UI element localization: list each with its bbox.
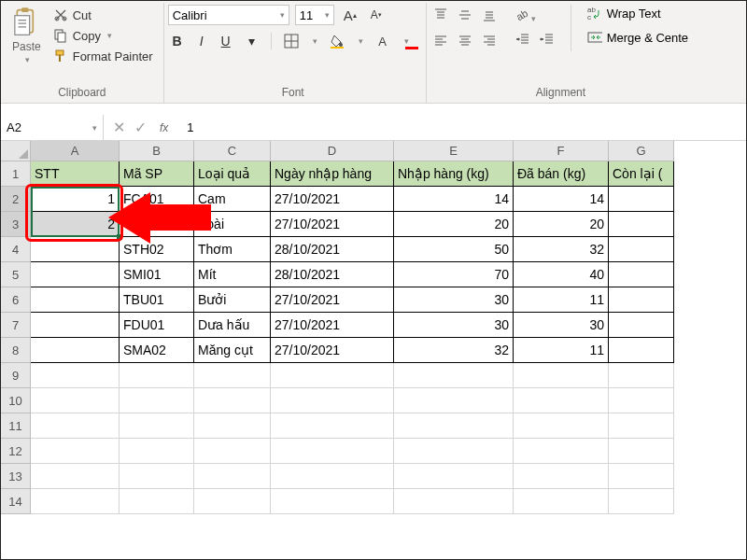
underline-button[interactable]: U <box>217 34 235 49</box>
col-header-E[interactable]: E <box>394 141 514 161</box>
fill-color-button[interactable] <box>327 31 347 51</box>
font-color-button[interactable]: A <box>373 31 393 51</box>
svg-rect-11 <box>405 47 418 49</box>
font-group: Calibri▾ 11▾ A▴ A▾ B I U▾ ▾ ▾ A▾ Font <box>164 3 427 103</box>
table-row: 6 TBU01 Bưởi 27/10/2021 30 11 <box>1 287 746 313</box>
table-row: 13 <box>1 464 746 489</box>
row-header[interactable]: 2 <box>1 187 31 212</box>
table-row: 9 <box>1 363 746 388</box>
merge-center-button[interactable]: Merge & Cente <box>585 29 691 46</box>
col-header-G[interactable]: G <box>609 141 674 161</box>
align-top-button[interactable] <box>430 5 451 25</box>
cancel-formula-icon[interactable]: ✕ <box>113 119 125 136</box>
formula-bar: A2▾ ✕ ✓ fx 1 <box>1 115 746 141</box>
ribbon: Paste ▾ Cut Copy ▾ Format Painter C <box>1 1 746 104</box>
table-row: 11 <box>1 413 746 439</box>
table-row: 14 <box>1 489 746 514</box>
align-left-button[interactable] <box>430 31 451 51</box>
svg-rect-2 <box>15 16 30 35</box>
svg-rect-6 <box>58 33 65 42</box>
align-right-button[interactable] <box>479 31 500 51</box>
paste-label: Paste <box>12 40 41 53</box>
wrap-text-button[interactable]: abc Wrap Text <box>585 5 691 21</box>
name-box[interactable]: A2▾ <box>1 115 104 140</box>
table-row: 3 2 TXC Xoài 27/10/2021 20 20 <box>1 212 746 237</box>
row-header[interactable]: 7 <box>1 313 31 338</box>
svg-text:c: c <box>587 13 591 21</box>
chevron-down-icon: ▾ <box>107 31 112 40</box>
svg-rect-7 <box>56 50 63 55</box>
col-header-B[interactable]: B <box>120 141 194 161</box>
align-middle-button[interactable] <box>455 5 475 25</box>
font-name-select[interactable]: Calibri▾ <box>168 5 289 25</box>
col-header-C[interactable]: C <box>194 141 271 161</box>
align-bottom-button[interactable] <box>479 5 500 25</box>
table-row: 8 SMA02 Măng cụt 27/10/2021 32 11 <box>1 338 746 363</box>
orientation-button[interactable]: ab <box>513 5 533 25</box>
row-header[interactable]: 8 <box>1 338 31 363</box>
row-header[interactable]: 3 <box>1 212 31 237</box>
increase-indent-button[interactable] <box>537 29 557 49</box>
enter-formula-icon[interactable]: ✓ <box>134 119 147 136</box>
col-header-F[interactable]: F <box>514 141 609 161</box>
spreadsheet-grid[interactable]: A B C D E F G 1 STT Mã SP Loại quả Ngày … <box>1 141 746 514</box>
table-row: 7 FDU01 Dưa hấu 27/10/2021 30 30 <box>1 313 746 338</box>
table-row: 5 SMI01 Mít 28/10/2021 70 40 <box>1 262 746 287</box>
formula-value[interactable]: 1 <box>172 120 193 134</box>
bold-button[interactable]: B <box>168 34 187 49</box>
copy-button[interactable]: Copy ▾ <box>50 27 156 44</box>
table-row: 1 STT Mã SP Loại quả Ngày nhập hàng Nhập… <box>1 161 746 187</box>
font-label: Font <box>168 84 418 103</box>
decrease-indent-button[interactable] <box>513 29 533 49</box>
svg-rect-10 <box>331 47 344 49</box>
align-center-button[interactable] <box>455 31 475 51</box>
paste-button[interactable]: Paste ▾ <box>8 5 45 64</box>
alignment-group: ab▾ abc Wrap Text Merge & Cente Alignmen… <box>427 3 698 103</box>
svg-text:ab: ab <box>514 7 529 22</box>
svg-rect-8 <box>59 55 61 62</box>
borders-button[interactable] <box>281 31 302 51</box>
decrease-font-button[interactable]: A▾ <box>366 5 387 25</box>
col-header-A[interactable]: A <box>31 141 120 161</box>
alignment-label: Alignment <box>430 84 691 103</box>
table-row: 12 <box>1 439 746 464</box>
row-header[interactable]: 6 <box>1 287 31 313</box>
table-row: 10 <box>1 388 746 413</box>
clipboard-group: Paste ▾ Cut Copy ▾ Format Painter C <box>5 3 164 103</box>
clipboard-label: Clipboard <box>8 84 156 103</box>
col-header-D[interactable]: D <box>271 141 394 161</box>
cut-button[interactable]: Cut <box>50 7 156 23</box>
format-painter-button[interactable]: Format Painter <box>50 48 156 64</box>
font-size-select[interactable]: 11▾ <box>295 5 334 25</box>
fx-icon[interactable]: fx <box>156 121 172 134</box>
row-header[interactable]: 4 <box>1 237 31 262</box>
svg-rect-1 <box>21 7 28 12</box>
italic-button[interactable]: I <box>192 34 211 49</box>
row-header[interactable]: 5 <box>1 262 31 287</box>
table-row: 4 STH02 Thơm 28/10/2021 50 32 <box>1 237 746 262</box>
row-header[interactable]: 1 <box>1 161 31 187</box>
chevron-down-icon: ▾ <box>25 55 30 64</box>
table-row: 2 1 FCA01 Cam 27/10/2021 14 14 <box>1 187 746 212</box>
increase-font-button[interactable]: A▴ <box>340 5 360 25</box>
select-all-corner[interactable] <box>1 141 31 161</box>
